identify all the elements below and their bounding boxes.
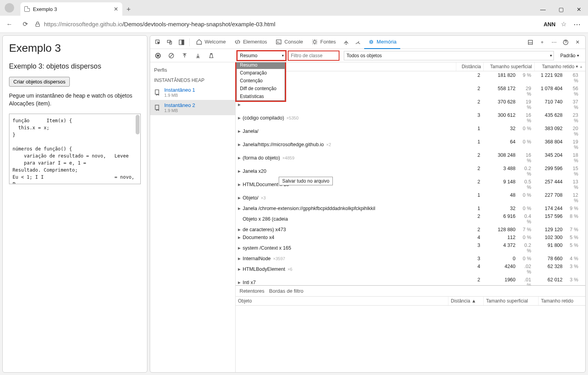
row-multiplier: ×2 [326,142,331,147]
retainers-tab[interactable]: Retentores [240,288,265,294]
svg-point-7 [314,40,316,43]
expand-icon[interactable]: ▶ [238,129,242,133]
help-icon[interactable] [560,37,571,48]
table-row[interactable]: ▶2558 17229 %1 078 40456 % [236,85,585,98]
gc-button[interactable] [206,50,217,61]
code-box[interactable]: função Item(x) { this.x = x; } números d… [9,114,141,184]
favorite-icon[interactable]: ☆ [561,20,566,28]
download-button[interactable] [192,50,203,61]
heap-table[interactable]: Distância Tamanho superficial Tamanho re… [236,62,585,285]
dropdown-item-contencao[interactable]: Contenção [237,77,285,85]
table-row[interactable]: ▶Janela x2023 4880.2 %299 59615 % [236,165,585,178]
expand-icon[interactable]: ▶ [238,246,242,250]
col-shallow[interactable]: Tamanho superficial [483,62,534,71]
profile-avatar[interactable] [5,3,14,13]
performance-icon[interactable] [352,37,363,48]
expand-icon[interactable]: ▶ [238,281,242,284]
drawer-icon[interactable] [525,37,536,48]
table-row[interactable]: ▶Janela /chrome-extension://gpphkfbcpidd… [236,205,585,212]
table-row[interactable]: ▶Documento x441120 %102 3005 % [236,234,585,241]
device-icon[interactable] [164,37,175,48]
expand-icon[interactable]: ▶ [238,169,242,173]
new-tab-button[interactable]: + [122,3,135,16]
dropdown-item-estatisticas[interactable]: Estatísticas [237,92,285,100]
table-row[interactable]: ▶Janela/https://microsoftedge.github.io×… [236,138,585,151]
browser-tab[interactable]: Exemplo 3 ✕ [20,2,122,16]
row-multiplier: ×5350 [287,116,299,120]
maximize-button[interactable]: ▢ [552,3,570,16]
table-row[interactable]: ▶(código compilado)×53503300 61216 %435 … [236,111,585,125]
expand-icon[interactable]: ▶ [238,207,242,210]
refresh-button[interactable]: ⟳ [19,18,31,31]
inspect-icon[interactable] [152,37,163,48]
tab-close-icon[interactable]: ✕ [114,6,118,12]
expand-icon[interactable]: ▶ [238,196,242,200]
class-filter-input[interactable] [288,51,339,60]
expand-icon[interactable]: ▶ [238,156,242,160]
ret-col-shallow[interactable]: Tamanho superficial [483,297,538,305]
default-select[interactable]: Padrão▾ [560,53,579,58]
scrollbar[interactable] [136,115,140,134]
table-row[interactable]: ▶system /Context x 16534 3720.2 %91 8005… [236,241,585,255]
filter-edges-tab[interactable]: Bordas de filtro [269,288,303,294]
expand-icon[interactable]: ▶ [238,143,242,147]
tab-elements[interactable]: Elementos [230,36,271,49]
clear-button[interactable] [166,50,177,61]
snapshot-1[interactable]: Instantâneo 11.9 MB [150,85,235,100]
table-row[interactable]: ▶Objeto/×31480 %227 70812 % [236,191,585,205]
record-button[interactable] [152,50,163,61]
tab-memory[interactable]: Memória [364,36,401,49]
expand-icon[interactable]: ▶ [238,183,242,187]
snapshot-2[interactable]: Instantâneo 21.9 MB [150,100,235,115]
expand-icon[interactable]: ▶ [238,236,242,239]
tab-sources[interactable]: Fontes [308,36,340,49]
minimize-button[interactable]: — [534,3,552,16]
svg-line-14 [170,54,173,57]
expand-icon[interactable]: ▶ [238,257,242,261]
table-row[interactable]: ▶de caracteres) x4732128 8807 %129 1207 … [236,226,585,234]
view-dropdown[interactable]: Resumo Comparação Contenção Diff de cont… [236,62,285,101]
close-devtools-icon[interactable]: ✕ [572,37,583,48]
table-row[interactable]: ▶Janela/1320 %383 09220 % [236,125,585,138]
save-tooltip: Salvar tudo no arquivo [279,177,333,185]
ret-col-retained[interactable]: Tamanho retido [538,297,585,305]
ret-col-distance[interactable]: Distância ▲ [448,297,483,305]
table-row[interactable]: ▶Intl x721960.01 %62 0123 % [236,276,585,285]
table-row[interactable]: Objeto x 286 (cadeia26 9160.4 %157 5968 … [236,212,585,226]
table-row[interactable]: ▶2181 8209 %1 221 92863 % [236,71,585,85]
dropdown-item-resumo[interactable]: Resumo [237,62,285,69]
dock-icon[interactable] [176,37,187,48]
expand-icon[interactable]: ▶ [238,228,242,232]
col-retained[interactable]: Tamanho retido▼▲ [534,62,585,71]
add-tab-icon[interactable]: + [537,37,548,48]
create-objects-button[interactable]: Criar objetos dispersos [9,77,70,87]
back-button[interactable]: ← [3,18,16,31]
expand-icon[interactable]: ▶ [238,103,242,107]
dropdown-item-diff[interactable]: Diff de contenção [237,85,285,92]
url-box[interactable]: https://microsoftedge.github.io/Demos/de… [34,21,541,27]
view-select[interactable]: Resumo [237,51,286,60]
upload-button[interactable] [179,50,190,61]
dropdown-item-comparacao[interactable]: Comparação [237,69,285,77]
ret-col-object[interactable]: Objeto [236,297,448,305]
table-row[interactable]: ▶InternalNode×3597300 %78 6604 % [236,255,585,263]
close-window-button[interactable]: ✕ [570,3,588,16]
tab-welcome[interactable]: Welcome [192,36,230,49]
file-icon [24,6,30,12]
row-retained: 383 092 [534,125,565,137]
row-name: Janela/https://microsoftedge.github.io [243,142,324,147]
table-row[interactable]: ▶(forma do objeto)×48592308 24816 %345 2… [236,151,585,165]
col-distance[interactable]: Distância [456,62,483,71]
expand-icon[interactable]: ▶ [238,116,242,120]
table-row[interactable]: ▶2370 62819 %710 74037 % [236,98,585,111]
table-row[interactable]: ▶HTMLBodyElement×644240.02 %62 3283 % [236,263,585,276]
objects-filter-select[interactable]: Todos os objetos [344,51,554,60]
snapshot-icon [154,89,161,96]
network-icon[interactable] [341,37,352,48]
more-tools-icon[interactable]: ⋯ [548,37,559,48]
more-menu-icon[interactable]: ⋯ [573,20,581,29]
tab-console[interactable]: Console [272,36,307,49]
row-shallow-pct: 0 % [518,125,534,137]
expand-icon[interactable]: ▶ [238,267,242,271]
profile-label[interactable]: ANN [544,21,555,27]
